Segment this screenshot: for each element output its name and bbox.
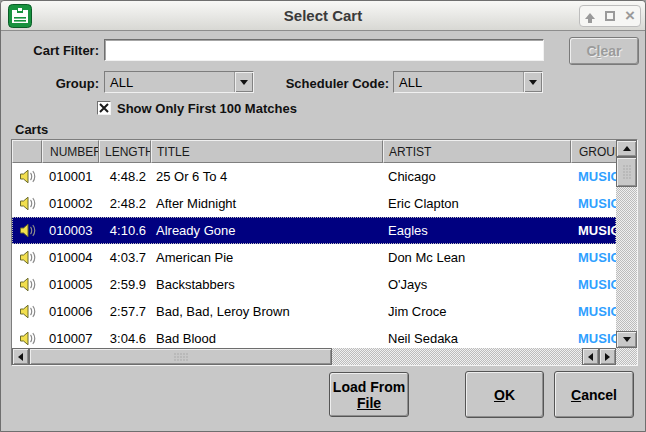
cart-group-cell: MUSIC <box>571 250 616 265</box>
cart-group-cell: MUSIC <box>571 331 616 346</box>
audio-cart-cell <box>12 304 42 319</box>
vertical-scrollbar[interactable] <box>616 140 637 348</box>
cart-row[interactable]: 010002 2:48.2 After Midnight Eric Clapto… <box>12 190 616 217</box>
cart-title-cell: American Pie <box>151 250 383 265</box>
scheduler-code-value: ALL <box>394 75 523 90</box>
show-only-first-100-label: Show Only First 100 Matches <box>117 101 297 116</box>
cart-row[interactable]: 010005 2:59.9 Backstabbers O'Jays MUSIC <box>12 271 616 298</box>
shade-arrow-icon <box>585 13 595 19</box>
checkbox-x-icon <box>99 103 109 113</box>
cart-number-cell: 010002 <box>42 196 99 211</box>
ok-button[interactable]: OK <box>465 371 544 418</box>
cart-group-cell: MUSIC <box>571 196 616 211</box>
maximize-icon <box>605 11 615 21</box>
cart-length-cell: 4:03.7 <box>99 250 151 265</box>
clear-button: Clear <box>569 37 639 65</box>
scroll-left-button[interactable] <box>12 348 29 365</box>
close-icon: × <box>625 8 635 24</box>
cart-filter-input[interactable] <box>104 39 544 61</box>
carts-section-label: Carts <box>15 122 48 137</box>
scroll-down-button[interactable] <box>616 331 637 348</box>
speaker-icon <box>19 304 36 319</box>
maximize-button[interactable] <box>601 7 619 25</box>
cart-length-cell: 4:48.2 <box>99 169 151 184</box>
speaker-icon <box>19 277 36 292</box>
audio-cart-cell <box>12 277 42 292</box>
arrow-left-icon <box>18 353 23 361</box>
arrow-right-icon <box>605 353 610 361</box>
audio-cart-cell <box>12 169 42 184</box>
column-header-artist[interactable]: ARTIST <box>383 140 571 163</box>
cart-list-header: NUMBER LENGTH TITLE ARTIST GROUP <box>12 140 616 163</box>
scrollbar-corner <box>616 348 637 365</box>
cart-list: NUMBER LENGTH TITLE ARTIST GROUP 010001 … <box>11 139 638 366</box>
cart-title-cell: After Midnight <box>151 196 383 211</box>
arrow-left-icon <box>588 353 593 361</box>
window-title: Select Cart <box>1 1 645 30</box>
group-select[interactable]: ALL <box>104 71 254 93</box>
cart-row[interactable]: 010004 4:03.7 American Pie Don Mc Lean M… <box>12 244 616 271</box>
column-header-length[interactable]: LENGTH <box>99 140 151 163</box>
cart-row[interactable]: 010001 4:48.2 25 Or 6 To 4 Chicago MUSIC <box>12 163 616 190</box>
scroll-right-button[interactable] <box>599 348 616 365</box>
cart-artist-cell: Jim Croce <box>383 304 571 319</box>
cart-number-cell: 010003 <box>42 223 99 238</box>
thumb-grip <box>173 352 188 361</box>
cart-list-body: 010001 4:48.2 25 Or 6 To 4 Chicago MUSIC… <box>12 163 616 348</box>
cart-title-cell: 25 Or 6 To 4 <box>151 169 383 184</box>
cart-length-cell: 4:10.6 <box>99 223 151 238</box>
scheduler-code-select[interactable]: ALL <box>393 71 543 93</box>
titlebar[interactable]: Select Cart × <box>1 1 645 31</box>
horizontal-scroll-trough[interactable] <box>332 348 582 365</box>
cart-length-cell: 3:04.6 <box>99 331 151 346</box>
cart-group-cell: MUSIC <box>571 277 616 292</box>
chevron-down-icon <box>529 80 537 85</box>
vertical-scroll-thumb[interactable] <box>616 157 637 187</box>
scroll-up-button[interactable] <box>616 140 637 157</box>
speaker-icon <box>19 250 36 265</box>
scheduler-dropdown-arrow[interactable] <box>523 72 542 92</box>
show-only-first-100-checkbox[interactable] <box>97 101 111 115</box>
cart-artist-cell: Don Mc Lean <box>383 250 571 265</box>
vertical-scroll-trough[interactable] <box>616 187 637 331</box>
chevron-down-icon <box>240 80 248 85</box>
window-controls: × <box>579 5 641 27</box>
speaker-icon <box>19 223 36 238</box>
speaker-icon <box>19 331 36 346</box>
cart-artist-cell: Eric Clapton <box>383 196 571 211</box>
column-header-group[interactable]: GROUP <box>571 140 616 163</box>
audio-cart-cell <box>12 223 42 238</box>
column-header-icon[interactable] <box>12 140 42 163</box>
select-cart-dialog: Select Cart × Cart Filter: Clear Group: … <box>0 0 646 432</box>
cart-row[interactable]: 010003 4:10.6 Already Gone Eagles MUSIC <box>12 217 616 244</box>
cart-title-cell: Backstabbers <box>151 277 383 292</box>
rivendell-cart-icon <box>8 4 32 28</box>
cart-artist-cell: Eagles <box>383 223 571 238</box>
cart-length-cell: 2:57.7 <box>99 304 151 319</box>
cart-filter-label: Cart Filter: <box>1 43 99 58</box>
horizontal-scroll-thumb[interactable] <box>29 348 332 365</box>
audio-cart-cell <box>12 250 42 265</box>
audio-cart-cell <box>12 331 42 346</box>
arrow-up-icon <box>623 146 631 151</box>
arrow-down-icon <box>623 337 631 342</box>
cart-group-cell: MUSIC <box>571 169 616 184</box>
cart-group-cell: MUSIC <box>571 223 616 238</box>
cart-title-cell: Already Gone <box>151 223 383 238</box>
cart-row[interactable]: 010006 2:57.7 Bad, Bad, Leroy Brown Jim … <box>12 298 616 325</box>
horizontal-scrollbar[interactable] <box>12 348 616 365</box>
close-button[interactable]: × <box>621 7 639 25</box>
scroll-left-button-2[interactable] <box>582 348 599 365</box>
column-header-number[interactable]: NUMBER <box>42 140 99 163</box>
cart-length-cell: 2:48.2 <box>99 196 151 211</box>
cart-title-cell: Bad, Bad, Leroy Brown <box>151 304 383 319</box>
cart-row[interactable]: 010007 3:04.6 Bad Blood Neil Sedaka MUSI… <box>12 325 616 348</box>
cancel-button[interactable]: Cancel <box>554 371 634 418</box>
cart-length-cell: 2:59.9 <box>99 277 151 292</box>
column-header-title[interactable]: TITLE <box>151 140 383 163</box>
cart-artist-cell: Chicago <box>383 169 571 184</box>
load-from-file-button[interactable]: Load FromFile <box>329 372 409 417</box>
shade-button[interactable] <box>581 7 599 25</box>
group-label: Group: <box>1 76 99 91</box>
thumb-grip <box>622 165 631 180</box>
